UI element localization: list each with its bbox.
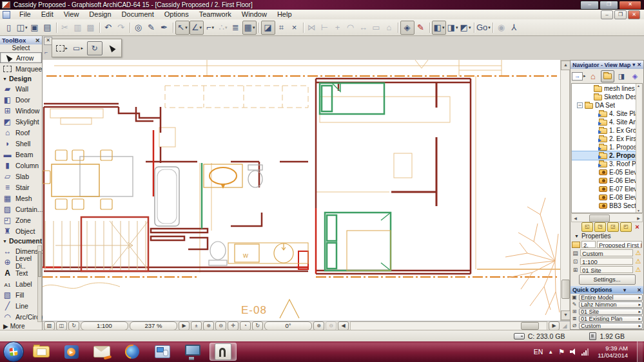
doc-minimize-button[interactable]: – [601, 10, 613, 19]
horizontal-scroll-thumb[interactable] [521, 322, 539, 330]
toolbar-button[interactable]: ▾ [446, 21, 459, 34]
quick-options-menu-icon[interactable]: ▾ [623, 287, 626, 293]
zoom-in-button[interactable]: ⊕ [203, 321, 214, 330]
menu-item[interactable]: Edit [36, 10, 59, 19]
set-zoom-button[interactable]: ± [191, 321, 202, 330]
taskbar-app-button[interactable] [149, 343, 176, 361]
doc-restore-button[interactable]: ❐ [614, 10, 627, 19]
taskbar-app-button[interactable] [28, 343, 55, 361]
toolbox-tool[interactable]: Fill [0, 289, 42, 300]
show-desktop-button[interactable] [637, 341, 643, 362]
toolbar-button[interactable] [171, 21, 175, 34]
taskbar-app-button[interactable] [88, 343, 115, 361]
toolbar-button[interactable] [508, 21, 521, 34]
scroll-right-icon[interactable]: ▶ [549, 321, 560, 330]
toolbar-button[interactable] [288, 21, 301, 34]
toolbox-more[interactable]: ▶ More [0, 322, 42, 330]
menu-item[interactable]: Window [237, 10, 272, 19]
toolbox-tool[interactable]: Arrow [0, 52, 42, 63]
menu-item[interactable]: Options [159, 10, 194, 19]
layout-book-button[interactable] [616, 71, 628, 82]
scroll-right-icon[interactable]: ▶ [635, 216, 642, 220]
toolbar-button[interactable] [132, 21, 145, 34]
toolbar-button[interactable]: ▾ [204, 21, 217, 34]
scroll-down-icon[interactable]: ▼ [561, 310, 571, 320]
publisher-button[interactable] [629, 71, 641, 82]
scroll-left-icon[interactable]: ◀ [338, 321, 349, 330]
toolbox-tool[interactable]: Label [0, 278, 42, 289]
taskbar-app-button[interactable] [58, 343, 85, 361]
toolbox-tool[interactable]: Wall [0, 83, 42, 94]
toolbox-tool[interactable]: Shell [0, 138, 42, 149]
tree-item[interactable]: BB3 Section , [572, 202, 636, 210]
toolbar-button[interactable] [383, 21, 396, 34]
volume-icon[interactable] [570, 348, 576, 355]
zoom-out-button[interactable]: ⊖ [215, 321, 226, 330]
vertical-scrollbar[interactable]: ▲ ▼ [560, 60, 570, 321]
toolbar-button[interactable] [491, 21, 495, 34]
delete-view-button[interactable] [633, 223, 641, 231]
drawing-canvas[interactable]: w [43, 60, 560, 321]
toolbar-button[interactable] [472, 21, 476, 34]
toolbox-tool[interactable]: Arc/Circle [0, 311, 42, 322]
zoom-indicator[interactable]: 237 % [130, 321, 177, 330]
property-value-field[interactable]: 1:100 [580, 258, 633, 265]
property-value-field[interactable]: 01 Site [580, 266, 633, 273]
toolbox-tool[interactable]: Zone [0, 214, 42, 225]
toolbar-button[interactable] [84, 21, 97, 34]
mini-toolbar-button[interactable]: ▸ [71, 42, 85, 55]
navigator-action-button[interactable] [594, 222, 606, 232]
quick-options-close-icon[interactable]: ✕ [637, 287, 641, 293]
tree-item[interactable]: E-08 Elevation [572, 193, 636, 202]
toolbox-tool[interactable]: Skylight [0, 116, 42, 127]
toolbox-scrollbar[interactable] [37, 245, 42, 322]
pan-button[interactable]: ✛ [228, 321, 239, 330]
quick-views-button[interactable]: ▧ [44, 321, 55, 330]
toolbox-close-icon[interactable]: ✕ [35, 37, 40, 44]
tree-horizontal-scrollbar[interactable]: ◀ ▶ [571, 213, 643, 222]
toolbox-tool[interactable]: Window [0, 105, 42, 116]
toolbar-button[interactable]: ▾ [242, 21, 257, 35]
toolbar-button[interactable] [261, 21, 275, 35]
tree-hscroll-track[interactable] [579, 214, 635, 221]
tree-item[interactable]: E-07 Elevation [572, 185, 636, 193]
toolbar-button[interactable] [158, 21, 171, 34]
quick-option-select[interactable]: Custom ▸ [579, 323, 643, 329]
zoom-menu-arrow[interactable]: ▶ [179, 321, 190, 330]
view-name-field[interactable]: Proposed First Floor [597, 241, 642, 248]
property-value-field[interactable]: Custom [580, 249, 633, 256]
toolbox-tool[interactable]: Stair [0, 182, 42, 193]
toolbar-button[interactable] [115, 21, 128, 34]
toolbar-button[interactable] [306, 21, 318, 34]
taskbar-app-button[interactable] [119, 343, 146, 361]
toolbox-tool[interactable]: Beam [0, 149, 42, 160]
close-button[interactable]: ✕ [619, 1, 641, 10]
navigator-action-button[interactable] [607, 222, 619, 232]
maximize-button[interactable]: ❐ [600, 1, 618, 10]
tree-item[interactable]: − DA Set [572, 101, 636, 110]
toolbar-button[interactable] [28, 21, 41, 34]
network-signal-icon[interactable] [581, 348, 589, 356]
previous-zoom-button[interactable]: ⊖ [326, 321, 337, 330]
horizontal-scrollbar[interactable] [350, 321, 547, 330]
toolbar-button[interactable]: ▾ [175, 21, 190, 35]
tree-item[interactable]: Sketch Design [572, 93, 636, 101]
tree-item[interactable]: 1. Ex Ground [572, 126, 636, 135]
toolbar-button[interactable]: ▾ [217, 21, 229, 34]
toolbar-button[interactable] [41, 21, 54, 34]
toolbar-button[interactable] [145, 21, 158, 34]
toolbox-document-header[interactable]: ▼ Document [0, 236, 42, 245]
scroll-left-icon[interactable]: ◀ [572, 216, 579, 220]
project-chooser-button[interactable]: ▸ [572, 71, 586, 82]
scale-indicator[interactable]: 1:100 [81, 321, 128, 330]
tray-expand-icon[interactable]: ▲ [548, 349, 553, 355]
minimize-button[interactable]: – [580, 1, 599, 10]
toolbar-button[interactable] [301, 21, 306, 34]
view-id-field[interactable]: 2. [581, 241, 596, 248]
fit-in-window-button[interactable]: ⊕ [313, 321, 324, 330]
properties-header[interactable]: ▼ Properties [571, 232, 643, 240]
menu-item[interactable]: Teamwork [194, 10, 237, 19]
action-center-icon[interactable]: ⚑ [558, 348, 565, 356]
vertical-scroll-thumb[interactable] [561, 280, 570, 299]
tree-item[interactable]: E-05 Elevation [572, 168, 636, 176]
